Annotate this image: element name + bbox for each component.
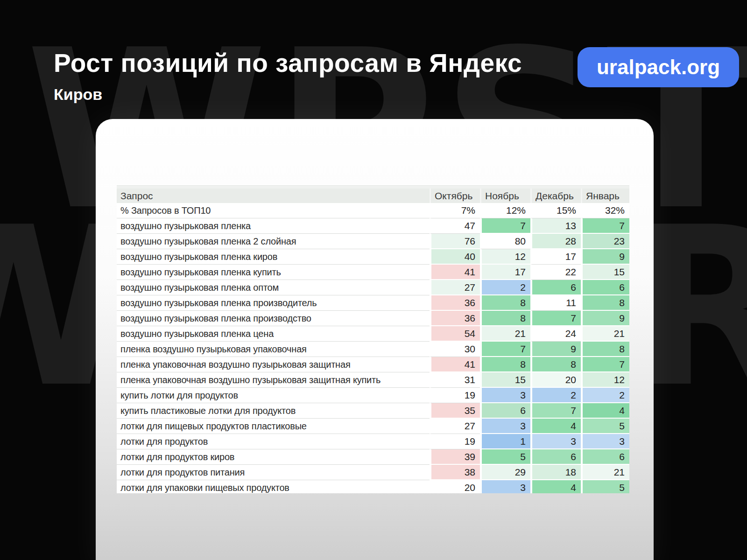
column-header-november: Ноябрь [480, 189, 530, 203]
value-cell-december: 17 [530, 249, 581, 265]
query-cell: купить пластиковые лотки для продуктов [117, 403, 430, 419]
query-cell: пленка воздушно пузырьковая упаковочная [117, 342, 430, 357]
value-cell-january: 9 [581, 249, 629, 265]
value-cell-october: 36 [430, 295, 480, 311]
column-header-january: Январь [581, 189, 629, 203]
value-cell-january: 15 [581, 265, 629, 280]
value-cell-january: 7 [581, 218, 629, 234]
value-cell-december: 2 [530, 388, 581, 403]
table-row: купить пластиковые лотки для продуктов 3… [117, 403, 629, 419]
value-cell-november: 8 [480, 295, 530, 311]
slide-header: Рост позиций по запросам в Яндекс Киров [54, 48, 522, 104]
value-cell-december: 22 [530, 265, 581, 280]
table-header-row: Запрос Октябрь Ноябрь Декабрь Январь [117, 189, 629, 203]
value-cell-november: 5 [480, 449, 530, 465]
value-cell-january: 6 [581, 449, 629, 465]
value-cell-january: 9 [581, 311, 629, 326]
query-cell: лотки для продуктов киров [117, 449, 430, 465]
table-row: купить лотки для продуктов 19 3 2 2 [117, 388, 629, 403]
value-cell-november: 80 [480, 234, 530, 249]
query-cell: воздушно пузырьковая пленка 2 слойная [117, 234, 430, 249]
value-cell-october: 35 [430, 403, 480, 419]
value-cell-december: 8 [530, 357, 581, 372]
value-cell-november: 29 [480, 465, 530, 480]
table-top-strip [117, 185, 629, 189]
value-cell-january: 12 [581, 372, 629, 388]
table-card: Запрос Октябрь Ноябрь Декабрь Январь % З… [96, 119, 654, 560]
value-cell-november: 15 [480, 372, 530, 388]
query-cell: лотки для пищевых продуктов пластиковые [117, 419, 430, 434]
query-cell: пленка упаковочная воздушно пузырьковая … [117, 357, 430, 372]
table-row: воздушно пузырьковая пленка киров 40 12 … [117, 249, 629, 265]
value-cell-january: 23 [581, 234, 629, 249]
table-row: лотки для упаковки пищевых продуктов 20 … [117, 480, 629, 493]
value-cell-december: 7 [530, 311, 581, 326]
value-cell-november: 7 [480, 218, 530, 234]
table-row: воздушно пузырьковая пленка 2 слойная 76… [117, 234, 629, 249]
query-cell: пленка упаковочная воздушно пузырьковая … [117, 372, 430, 388]
table-row: лотки для продуктов 19 1 3 3 [117, 434, 629, 449]
table-row: пленка воздушно пузырьковая упаковочная … [117, 342, 629, 357]
table-row: лотки для продуктов питания 38 29 18 21 [117, 465, 629, 480]
value-cell-october: 41 [430, 265, 480, 280]
column-header-october: Октябрь [430, 189, 480, 203]
value-cell-november: 3 [480, 480, 530, 493]
value-cell-december: 4 [530, 480, 581, 493]
table-row: лотки для продуктов киров 39 5 6 6 [117, 449, 629, 465]
value-cell-november: 12 [480, 249, 530, 265]
page-title: Рост позиций по запросам в Яндекс [54, 48, 522, 78]
query-cell: лотки для продуктов [117, 434, 430, 449]
value-cell-november: 12% [480, 203, 530, 218]
table-row: пленка упаковочная воздушно пузырьковая … [117, 372, 629, 388]
page-subtitle: Киров [54, 85, 522, 104]
column-header-query: Запрос [117, 189, 430, 203]
value-cell-october: 36 [430, 311, 480, 326]
value-cell-october: 19 [430, 434, 480, 449]
table-row: воздушно пузырьковая пленка купить 41 17… [117, 265, 629, 280]
value-cell-october: 47 [430, 218, 480, 234]
value-cell-november: 3 [480, 388, 530, 403]
value-cell-november: 3 [480, 419, 530, 434]
value-cell-december: 4 [530, 419, 581, 434]
table-row: воздушно пузырьковая пленка 47 7 13 7 [117, 218, 629, 234]
value-cell-december: 3 [530, 434, 581, 449]
value-cell-january: 7 [581, 357, 629, 372]
value-cell-january: 21 [581, 326, 629, 342]
table-row: пленка упаковочная воздушно пузырьковая … [117, 357, 629, 372]
value-cell-october: 39 [430, 449, 480, 465]
value-cell-october: 27 [430, 419, 480, 434]
query-cell: воздушно пузырьковая пленка цена [117, 326, 430, 342]
value-cell-december: 11 [530, 295, 581, 311]
value-cell-october: 40 [430, 249, 480, 265]
value-cell-december: 18 [530, 465, 581, 480]
query-cell: % Запросов в ТОП10 [117, 203, 430, 218]
value-cell-january: 2 [581, 388, 629, 403]
column-header-december: Декабрь [530, 189, 581, 203]
table-row: % Запросов в ТОП10 7% 12% 15% 32% [117, 203, 629, 218]
value-cell-october: 7% [430, 203, 480, 218]
value-cell-december: 20 [530, 372, 581, 388]
table-row: воздушно пузырьковая пленка производител… [117, 295, 629, 311]
value-cell-january: 5 [581, 480, 629, 493]
value-cell-october: 54 [430, 326, 480, 342]
slide-background: WPSTR WPSTR Рост позиций по запросам в Я… [0, 0, 747, 560]
query-cell: воздушно пузырьковая пленка производство [117, 311, 430, 326]
value-cell-november: 2 [480, 280, 530, 295]
value-cell-december: 28 [530, 234, 581, 249]
query-cell: купить лотки для продуктов [117, 388, 430, 403]
value-cell-november: 1 [480, 434, 530, 449]
value-cell-october: 27 [430, 280, 480, 295]
value-cell-october: 76 [430, 234, 480, 249]
value-cell-december: 6 [530, 449, 581, 465]
table-row: лотки для пищевых продуктов пластиковые … [117, 419, 629, 434]
value-cell-december: 13 [530, 218, 581, 234]
value-cell-january: 21 [581, 465, 629, 480]
value-cell-january: 4 [581, 403, 629, 419]
value-cell-october: 20 [430, 480, 480, 493]
value-cell-november: 8 [480, 311, 530, 326]
value-cell-november: 21 [480, 326, 530, 342]
value-cell-december: 9 [530, 342, 581, 357]
value-cell-october: 19 [430, 388, 480, 403]
value-cell-january: 5 [581, 419, 629, 434]
value-cell-october: 38 [430, 465, 480, 480]
